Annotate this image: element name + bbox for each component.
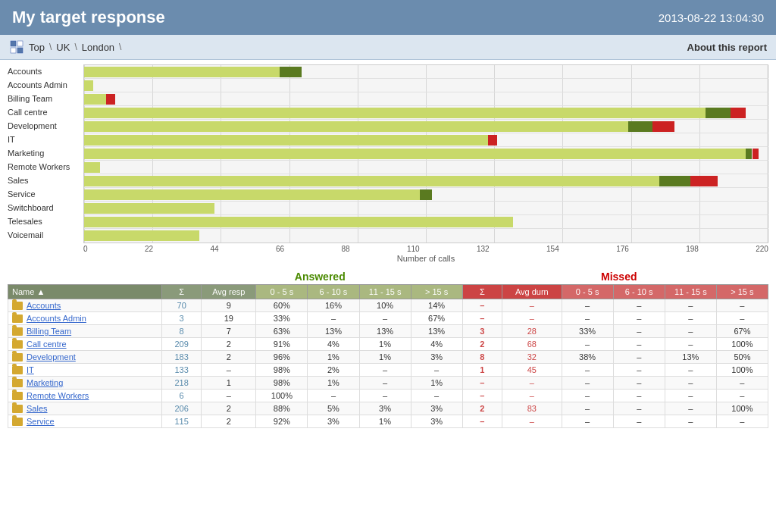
cell-sum_m: 3 — [462, 325, 502, 338]
row-name-link[interactable]: Service — [27, 417, 55, 426]
bar-medium — [706, 108, 731, 118]
name-cell[interactable]: Accounts — [8, 299, 162, 312]
col-name[interactable]: Name ▲ — [8, 285, 162, 299]
chart-bar-row — [84, 174, 768, 188]
chart-bars — [83, 64, 768, 243]
row-name-link[interactable]: IT — [27, 365, 34, 374]
row-name-link[interactable]: Remote Workers — [27, 391, 89, 400]
row-name-link[interactable]: Call centre — [27, 340, 67, 349]
cell-avg_durn: 32 — [502, 351, 562, 364]
cell-m_6_10: – — [613, 364, 665, 377]
cell-m_11_15: – — [665, 377, 716, 390]
cell-m_6_10: – — [613, 325, 665, 338]
cell-avg_durn: 83 — [502, 402, 562, 415]
cell-m_0_5: – — [562, 312, 613, 325]
bar-medium — [280, 67, 302, 77]
name-cell[interactable]: Development — [8, 351, 162, 364]
name-cell[interactable]: Service — [8, 415, 162, 428]
col-a-6-10: 6 - 10 s — [308, 285, 359, 299]
cell-m_0_5: – — [562, 390, 613, 402]
row-name-link[interactable]: Accounts — [27, 301, 61, 310]
cell-m_0_5: – — [562, 402, 613, 415]
cell-m_11_15: – — [665, 390, 716, 402]
row-name-link[interactable]: Sales — [27, 404, 48, 413]
name-cell[interactable]: Billing Team — [8, 325, 162, 338]
row-name-link[interactable]: Billing Team — [27, 327, 71, 336]
cell-m_gt15: 100% — [716, 402, 768, 415]
col-sum-answered: Σ — [161, 285, 201, 299]
bar-medium — [628, 121, 653, 132]
name-cell[interactable]: IT — [8, 364, 162, 377]
bar-medium — [659, 176, 690, 186]
bar-medium — [746, 149, 752, 159]
cell-a_6_10: 3% — [308, 415, 359, 428]
x-axis-label: 66 — [276, 245, 284, 253]
breadcrumb-london[interactable]: London — [82, 42, 114, 53]
chart-bar-row — [84, 188, 768, 202]
cell-a_gt15: – — [411, 364, 462, 377]
cell-sum_m: – — [462, 390, 502, 402]
cell-a_0_5: 92% — [256, 415, 308, 428]
name-cell[interactable]: Accounts Admin — [8, 312, 162, 325]
nav-icon — [9, 39, 24, 55]
x-axis-area: 022446688110132154176198220 Number of ca… — [8, 243, 768, 263]
cell-a_gt15: 13% — [411, 325, 462, 338]
cell-a_6_10: 1% — [308, 377, 359, 390]
bar-light — [84, 67, 280, 77]
svg-rect-0 — [11, 41, 16, 46]
chart-bar-row — [84, 215, 768, 229]
bar-dark — [753, 149, 759, 159]
bar-light — [84, 162, 100, 173]
cell-m_11_15: – — [665, 415, 716, 428]
bar-light — [84, 230, 199, 241]
table-row: Accounts Admin31933%––67%–––––– — [8, 312, 768, 325]
bar-light — [84, 149, 746, 159]
cell-a_6_10: – — [308, 390, 359, 402]
chart-bar-row — [84, 161, 768, 174]
cell-sum_a: 115 — [161, 415, 201, 428]
breadcrumb-top[interactable]: Top — [29, 42, 45, 53]
about-report-link[interactable]: About this report — [687, 42, 767, 53]
table-row: Sales206288%5%3%3%283–––100% — [8, 402, 768, 415]
cell-a_6_10: 5% — [308, 402, 359, 415]
folder-icon — [12, 405, 23, 413]
col-sum-missed: Σ — [462, 285, 502, 299]
col-m-0-5: 0 - 5 s — [562, 285, 613, 299]
answered-header: Answered — [171, 271, 470, 283]
col-a-11-15: 11 - 15 s — [359, 285, 411, 299]
x-axis-title: Number of calls — [83, 254, 768, 263]
chart-label: Switchboard — [8, 201, 83, 214]
cell-m_gt15: 67% — [716, 325, 768, 338]
breadcrumb-uk[interactable]: UK — [56, 42, 70, 53]
x-axis: 022446688110132154176198220 Number of ca… — [83, 243, 768, 263]
cell-sum_a: 6 — [161, 390, 201, 402]
name-cell[interactable]: Remote Workers — [8, 390, 162, 402]
row-name-link[interactable]: Marketing — [27, 378, 63, 387]
cell-sum_a: 70 — [161, 299, 201, 312]
cell-avg_durn: – — [502, 377, 562, 390]
cell-a_6_10: 2% — [308, 364, 359, 377]
cell-m_0_5: 38% — [562, 351, 613, 364]
cell-a_11_15: 1% — [359, 338, 411, 351]
cell-m_6_10: – — [613, 390, 665, 402]
table-row: Service115292%3%1%3%–––––– — [8, 415, 768, 428]
col-a-0-5: 0 - 5 s — [256, 285, 308, 299]
cell-a_0_5: 60% — [256, 299, 308, 312]
name-cell[interactable]: Sales — [8, 402, 162, 415]
chart-label: Billing Team — [8, 92, 83, 105]
cell-m_11_15: – — [665, 402, 716, 415]
table-row: Accounts70960%16%10%14%–––––– — [8, 299, 768, 312]
chart-label: IT — [8, 133, 83, 146]
cell-m_6_10: – — [613, 338, 665, 351]
folder-icon — [12, 353, 23, 361]
cell-avg_durn: 28 — [502, 325, 562, 338]
chart-bar-row — [84, 229, 768, 243]
cell-sum_m: – — [462, 312, 502, 325]
row-name-link[interactable]: Development — [27, 352, 76, 361]
cell-a_6_10: – — [308, 312, 359, 325]
row-name-link[interactable]: Accounts Admin — [27, 314, 86, 323]
name-cell[interactable]: Call centre — [8, 338, 162, 351]
cell-avg_resp: 2 — [202, 402, 256, 415]
name-cell[interactable]: Marketing — [8, 377, 162, 390]
x-axis-label: 198 — [686, 245, 699, 253]
